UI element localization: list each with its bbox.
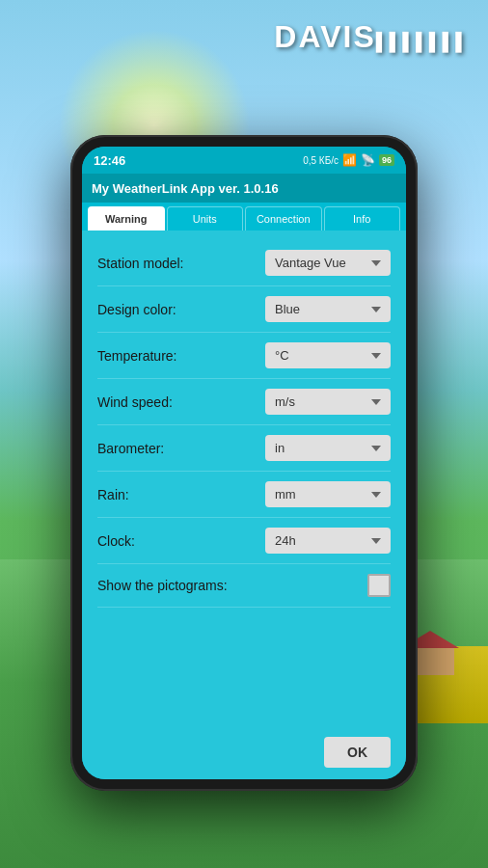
status-bar: 12:46 0,5 КБ/с 📶 📡 96 [82,147,406,174]
settings-area: Station model: Vantage Vue Design color:… [82,231,406,729]
wind-speed-value: m/s [275,394,295,409]
clock-dropdown[interactable]: 24h [265,528,391,554]
design-color-value: Blue [275,302,300,316]
barometer-value: in [275,441,285,455]
station-model-arrow [371,260,381,266]
phone-frame: 12:46 0,5 КБ/с 📶 📡 96 My WeatherLink App… [70,135,418,791]
status-time: 12:46 [94,153,125,168]
clock-arrow [371,538,381,544]
temperature-label: Temperature: [97,348,176,364]
ok-button[interactable]: OK [324,737,391,768]
wind-speed-arrow [371,399,381,405]
tab-connection[interactable]: Connection [245,206,322,231]
clock-value: 24h [275,533,296,548]
rain-dropdown[interactable]: mm [265,481,391,507]
rain-value: mm [275,487,296,502]
wind-speed-dropdown[interactable]: m/s [265,389,391,415]
setting-row-station-model: Station model: Vantage Vue [97,240,391,286]
setting-row-rain: Rain: mm [97,472,391,518]
barometer-label: Barometer: [97,441,164,456]
battery-level: 96 [379,154,394,166]
tab-units[interactable]: Units [167,206,244,231]
davis-logo: DAVIS▌▌▌▌▌▌▌ [274,19,469,55]
pictograms-checkbox[interactable] [367,574,391,597]
tab-info[interactable]: Info [324,206,401,231]
design-color-dropdown[interactable]: Blue [265,296,391,322]
temperature-dropdown[interactable]: °C [265,342,391,368]
clock-label: Clock: [97,533,135,549]
network-speed: 0,5 КБ/с [303,155,339,166]
setting-row-design-color: Design color: Blue [97,286,391,333]
davis-barcode: ▌▌▌▌▌▌▌ [376,32,469,52]
design-color-arrow [371,307,381,312]
wifi-icon: 📡 [361,153,375,167]
setting-row-wind-speed: Wind speed: m/s [97,379,391,425]
wind-speed-label: Wind speed: [97,394,173,410]
setting-row-barometer: Barometer: in [97,425,391,472]
station-model-dropdown[interactable]: Vantage Vue [265,250,391,276]
status-right: 0,5 КБ/с 📶 📡 96 [303,153,394,167]
barometer-dropdown[interactable]: in [265,435,391,461]
design-color-label: Design color: [97,302,176,317]
station-model-value: Vantage Vue [275,256,346,270]
setting-row-clock: Clock: 24h [97,518,391,564]
rain-label: Rain: [97,487,129,502]
rain-arrow [371,492,381,498]
pictograms-label: Show the pictograms: [97,578,228,593]
temperature-arrow [371,353,381,359]
signal-icon: 📶 [342,153,357,167]
setting-row-temperature: Temperature: °C [97,333,391,379]
tabs-bar: Warning Units Connection Info [82,203,406,231]
app-header: My WeatherLink App ver. 1.0.16 [82,174,406,203]
temperature-value: °C [275,348,289,363]
station-model-label: Station model: [97,256,184,271]
davis-logo-text: DAVIS [274,19,375,54]
app-title: My WeatherLink App ver. 1.0.16 [92,181,279,196]
tab-warning[interactable]: Warning [88,206,165,231]
setting-row-pictograms: Show the pictograms: [97,564,391,608]
ok-button-area: OK [82,729,406,779]
barometer-arrow [371,446,381,451]
phone-screen: 12:46 0,5 КБ/с 📶 📡 96 My WeatherLink App… [82,147,406,779]
